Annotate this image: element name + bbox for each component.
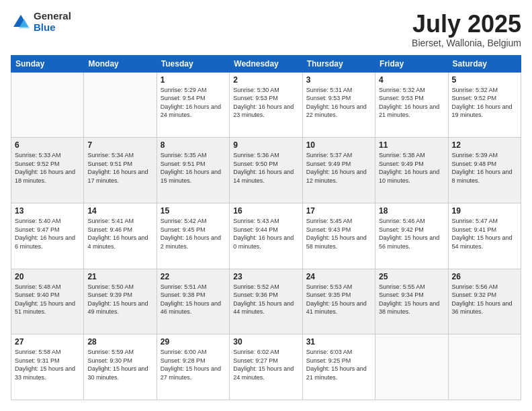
calendar-cell: 9Sunrise: 5:36 AMSunset: 9:50 PMDaylight… <box>230 138 302 203</box>
calendar-cell <box>448 334 521 400</box>
calendar-cell: 2Sunrise: 5:30 AMSunset: 9:53 PMDaylight… <box>230 72 302 138</box>
calendar-week-4: 20Sunrise: 5:48 AMSunset: 9:40 PMDayligh… <box>11 269 521 334</box>
day-info: Sunrise: 5:51 AMSunset: 9:38 PMDaylight:… <box>161 283 226 316</box>
day-number: 12 <box>452 140 517 150</box>
day-info: Sunrise: 5:58 AMSunset: 9:31 PMDaylight:… <box>15 348 80 381</box>
day-number: 5 <box>452 75 517 85</box>
day-info: Sunrise: 5:36 AMSunset: 9:50 PMDaylight:… <box>233 151 298 185</box>
day-info: Sunrise: 5:40 AMSunset: 9:47 PMDaylight:… <box>15 217 80 250</box>
day-number: 9 <box>233 140 298 150</box>
day-number: 10 <box>306 140 371 150</box>
day-number: 18 <box>379 206 444 216</box>
calendar-cell: 6Sunrise: 5:33 AMSunset: 9:52 PMDaylight… <box>11 138 84 203</box>
calendar-week-2: 6Sunrise: 5:33 AMSunset: 9:52 PMDaylight… <box>11 138 521 203</box>
calendar-cell: 3Sunrise: 5:31 AMSunset: 9:53 PMDaylight… <box>302 72 375 138</box>
calendar-cell: 24Sunrise: 5:53 AMSunset: 9:35 PMDayligh… <box>302 269 375 334</box>
calendar-cell: 29Sunrise: 6:00 AMSunset: 9:28 PMDayligh… <box>157 334 229 400</box>
day-info: Sunrise: 5:35 AMSunset: 9:51 PMDaylight:… <box>161 151 226 185</box>
col-wednesday: Wednesday <box>230 55 302 72</box>
day-info: Sunrise: 5:30 AMSunset: 9:53 PMDaylight:… <box>233 86 298 120</box>
day-number: 1 <box>161 75 226 85</box>
day-info: Sunrise: 5:47 AMSunset: 9:41 PMDaylight:… <box>452 217 517 250</box>
day-number: 27 <box>15 337 80 347</box>
day-info: Sunrise: 5:38 AMSunset: 9:49 PMDaylight:… <box>379 151 444 185</box>
calendar-table: Sunday Monday Tuesday Wednesday Thursday… <box>11 55 521 400</box>
calendar-cell: 5Sunrise: 5:32 AMSunset: 9:52 PMDaylight… <box>448 72 521 138</box>
calendar-header-row: Sunday Monday Tuesday Wednesday Thursday… <box>11 55 521 72</box>
calendar-cell <box>84 72 157 138</box>
logo-icon <box>11 12 31 32</box>
calendar-cell: 12Sunrise: 5:39 AMSunset: 9:48 PMDayligh… <box>448 138 521 203</box>
calendar-cell: 7Sunrise: 5:34 AMSunset: 9:51 PMDaylight… <box>84 138 157 203</box>
page: General Blue July 2025 Bierset, Wallonia… <box>0 0 532 411</box>
day-number: 2 <box>233 75 298 85</box>
calendar-week-1: 1Sunrise: 5:29 AMSunset: 9:54 PMDaylight… <box>11 72 521 138</box>
day-info: Sunrise: 5:43 AMSunset: 9:44 PMDaylight:… <box>233 217 298 250</box>
calendar-cell: 28Sunrise: 5:59 AMSunset: 9:30 PMDayligh… <box>84 334 157 400</box>
day-number: 31 <box>306 337 371 347</box>
calendar-cell: 13Sunrise: 5:40 AMSunset: 9:47 PMDayligh… <box>11 203 84 269</box>
calendar-cell: 1Sunrise: 5:29 AMSunset: 9:54 PMDaylight… <box>157 72 229 138</box>
calendar-cell: 15Sunrise: 5:42 AMSunset: 9:45 PMDayligh… <box>157 203 229 269</box>
day-number: 7 <box>87 140 152 150</box>
calendar-cell: 30Sunrise: 6:02 AMSunset: 9:27 PMDayligh… <box>230 334 302 400</box>
day-info: Sunrise: 5:39 AMSunset: 9:48 PMDaylight:… <box>452 151 517 185</box>
calendar-cell: 25Sunrise: 5:55 AMSunset: 9:34 PMDayligh… <box>375 269 448 334</box>
calendar-cell: 14Sunrise: 5:41 AMSunset: 9:46 PMDayligh… <box>84 203 157 269</box>
col-saturday: Saturday <box>448 55 521 72</box>
day-info: Sunrise: 6:03 AMSunset: 9:25 PMDaylight:… <box>306 348 371 381</box>
calendar-cell: 8Sunrise: 5:35 AMSunset: 9:51 PMDaylight… <box>157 138 229 203</box>
calendar-cell: 23Sunrise: 5:52 AMSunset: 9:36 PMDayligh… <box>230 269 302 334</box>
calendar-cell: 18Sunrise: 5:46 AMSunset: 9:42 PMDayligh… <box>375 203 448 269</box>
day-info: Sunrise: 5:31 AMSunset: 9:53 PMDaylight:… <box>306 86 371 120</box>
logo: General Blue <box>11 11 71 33</box>
day-info: Sunrise: 5:56 AMSunset: 9:32 PMDaylight:… <box>452 283 517 316</box>
day-number: 15 <box>161 206 226 216</box>
col-tuesday: Tuesday <box>157 55 229 72</box>
day-number: 20 <box>15 272 80 281</box>
logo-general-text: General <box>34 11 71 22</box>
day-number: 8 <box>161 140 226 150</box>
calendar-cell: 11Sunrise: 5:38 AMSunset: 9:49 PMDayligh… <box>375 138 448 203</box>
calendar-cell: 22Sunrise: 5:51 AMSunset: 9:38 PMDayligh… <box>157 269 229 334</box>
logo-text: General Blue <box>34 11 71 33</box>
day-info: Sunrise: 5:42 AMSunset: 9:45 PMDaylight:… <box>161 217 226 250</box>
calendar-cell: 10Sunrise: 5:37 AMSunset: 9:49 PMDayligh… <box>302 138 375 203</box>
day-info: Sunrise: 6:02 AMSunset: 9:27 PMDaylight:… <box>233 348 298 381</box>
day-number: 30 <box>233 337 298 347</box>
day-info: Sunrise: 5:46 AMSunset: 9:42 PMDaylight:… <box>379 217 444 250</box>
title-area: July 2025 Bierset, Wallonia, Belgium <box>412 11 521 48</box>
day-number: 24 <box>306 272 371 281</box>
day-info: Sunrise: 5:37 AMSunset: 9:49 PMDaylight:… <box>306 151 371 185</box>
calendar-cell: 4Sunrise: 5:32 AMSunset: 9:53 PMDaylight… <box>375 72 448 138</box>
header: General Blue July 2025 Bierset, Wallonia… <box>11 11 521 48</box>
day-info: Sunrise: 5:34 AMSunset: 9:51 PMDaylight:… <box>87 151 152 185</box>
calendar-cell <box>11 72 84 138</box>
calendar-cell: 26Sunrise: 5:56 AMSunset: 9:32 PMDayligh… <box>448 269 521 334</box>
day-info: Sunrise: 5:45 AMSunset: 9:43 PMDaylight:… <box>306 217 371 250</box>
day-number: 28 <box>87 337 152 347</box>
col-friday: Friday <box>375 55 448 72</box>
day-number: 16 <box>233 206 298 216</box>
calendar-cell: 17Sunrise: 5:45 AMSunset: 9:43 PMDayligh… <box>302 203 375 269</box>
calendar-cell: 21Sunrise: 5:50 AMSunset: 9:39 PMDayligh… <box>84 269 157 334</box>
calendar-cell: 31Sunrise: 6:03 AMSunset: 9:25 PMDayligh… <box>302 334 375 400</box>
day-number: 23 <box>233 272 298 281</box>
day-info: Sunrise: 5:33 AMSunset: 9:52 PMDaylight:… <box>15 151 80 185</box>
day-number: 25 <box>379 272 444 281</box>
logo-blue-text: Blue <box>34 22 71 34</box>
day-info: Sunrise: 5:59 AMSunset: 9:30 PMDaylight:… <box>87 348 152 381</box>
calendar-cell: 16Sunrise: 5:43 AMSunset: 9:44 PMDayligh… <box>230 203 302 269</box>
col-monday: Monday <box>84 55 157 72</box>
location-subtitle: Bierset, Wallonia, Belgium <box>412 38 521 48</box>
calendar-cell: 20Sunrise: 5:48 AMSunset: 9:40 PMDayligh… <box>11 269 84 334</box>
day-info: Sunrise: 5:53 AMSunset: 9:35 PMDaylight:… <box>306 283 371 316</box>
day-info: Sunrise: 5:41 AMSunset: 9:46 PMDaylight:… <box>87 217 152 250</box>
day-number: 22 <box>161 272 226 281</box>
day-number: 19 <box>452 206 517 216</box>
day-number: 13 <box>15 206 80 216</box>
day-info: Sunrise: 5:50 AMSunset: 9:39 PMDaylight:… <box>87 283 152 316</box>
calendar-week-3: 13Sunrise: 5:40 AMSunset: 9:47 PMDayligh… <box>11 203 521 269</box>
month-title: July 2025 <box>412 11 521 38</box>
day-number: 4 <box>379 75 444 85</box>
